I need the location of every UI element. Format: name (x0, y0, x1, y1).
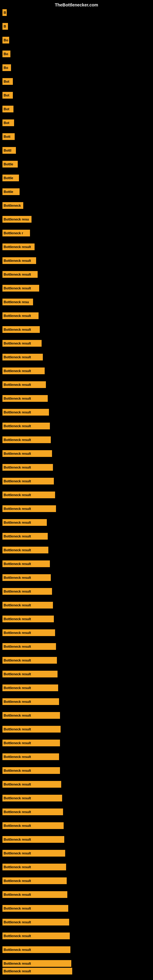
bottleneck-bar-27: Bottleneck result (2, 368, 45, 374)
bottleneck-bar-19: Bottleneck result (2, 257, 36, 264)
bottleneck-bar-53: Bottleneck result (2, 726, 61, 733)
bottleneck-bar-7: Bot (2, 92, 13, 99)
bottleneck-bar-18: Bottleneck result (2, 243, 35, 250)
bottleneck-bar-24: Bottleneck result (2, 326, 40, 333)
site-title: TheBottlenecker.com (55, 2, 98, 7)
bottleneck-bar-26: Bottleneck result (2, 354, 43, 360)
bottleneck-bar-68: Bottleneck result (2, 932, 70, 939)
bottleneck-bar-52: Bottleneck result (2, 712, 60, 719)
bottleneck-bar-32: Bottleneck result (2, 436, 51, 443)
bottleneck-bar-67: Bottleneck result (2, 919, 69, 926)
bottleneck-bar-47: Bottleneck result (2, 643, 56, 650)
bottleneck-bar-31: Bottleneck result (2, 423, 50, 430)
bottleneck-bar-42: Bottleneck result (2, 574, 51, 581)
bottleneck-bar-49: Bottleneck result (2, 671, 57, 678)
bottleneck-bar-3: Bo (2, 37, 9, 43)
bottleneck-bar-56: Bottleneck result (2, 767, 60, 774)
bottleneck-bar-34: Bottleneck result (2, 464, 53, 471)
bottleneck-bar-2: B (2, 23, 8, 30)
bottleneck-bar-33: Bottleneck result (2, 450, 52, 457)
bottleneck-bar-54: Bottleneck result (2, 740, 60, 746)
bottleneck-bar-62: Bottleneck result (2, 850, 65, 857)
bottleneck-bar-21: Bottleneck result (2, 285, 39, 291)
bottleneck-bar-20: Bottleneck result (2, 271, 38, 278)
bottleneck-bar-36: Bottleneck result (2, 492, 55, 498)
bottleneck-bar-71: Bottleneck result (2, 968, 72, 975)
bottleneck-bar-11: Bottl (2, 147, 16, 154)
bottleneck-bar-35: Bottleneck result (2, 478, 54, 485)
bottleneck-bar-66: Bottleneck result (2, 905, 68, 912)
bottleneck-bar-45: Bottleneck result (2, 616, 54, 622)
bottleneck-bar-64: Bottleneck result (2, 877, 67, 884)
bottleneck-bar-59: Bottleneck result (2, 808, 63, 815)
bottleneck-bar-69: Bottleneck result (2, 946, 70, 953)
bottleneck-bar-40: Bottleneck result (2, 547, 48, 554)
bottleneck-bar-1: B (2, 9, 7, 16)
bottleneck-bar-46: Bottleneck result (2, 629, 55, 636)
bottleneck-bar-65: Bottleneck result (2, 891, 67, 898)
bottleneck-bar-22: Bottleneck resu (2, 299, 33, 305)
bottleneck-bar-9: Bot (2, 119, 14, 126)
bottleneck-bar-13: Bottle (2, 175, 19, 181)
bottleneck-bar-43: Bottleneck result (2, 588, 52, 595)
bottleneck-bar-60: Bottleneck result (2, 822, 64, 829)
bottleneck-bar-38: Bottleneck result (2, 519, 47, 526)
bottleneck-bar-17: Bottleneck r (2, 230, 30, 236)
bottleneck-bar-41: Bottleneck result (2, 560, 50, 567)
bottleneck-bar-50: Bottleneck result (2, 684, 58, 691)
bottleneck-bar-37: Bottleneck result (2, 505, 56, 512)
bottleneck-bar-5: Bo (2, 64, 11, 71)
bottleneck-bar-12: Bottle (2, 161, 18, 167)
bottleneck-bar-55: Bottleneck result (2, 753, 59, 760)
bottleneck-bar-8: Bot (2, 106, 13, 112)
bottleneck-bar-16: Bottleneck resu (2, 216, 32, 223)
bottleneck-bar-48: Bottleneck result (2, 657, 57, 663)
bottleneck-bar-23: Bottleneck result (2, 312, 38, 319)
bottleneck-bar-70: Bottleneck result (2, 960, 71, 967)
bottleneck-bar-57: Bottleneck result (2, 781, 61, 788)
bottleneck-bar-61: Bottleneck result (2, 836, 64, 843)
bottleneck-bar-58: Bottleneck result (2, 795, 62, 802)
bottleneck-bar-25: Bottleneck result (2, 340, 41, 347)
bottleneck-bar-6: Bot (2, 78, 13, 85)
bottleneck-bar-4: Bo (2, 51, 10, 57)
bottleneck-bar-15: Bottleneck (2, 202, 23, 209)
bottleneck-bar-51: Bottleneck result (2, 698, 59, 705)
bottleneck-bar-14: Bottle (2, 188, 19, 195)
bottleneck-bar-10: Bott (2, 133, 15, 140)
bottleneck-bar-28: Bottleneck result (2, 381, 46, 388)
bottleneck-bar-29: Bottleneck result (2, 395, 48, 402)
bottleneck-bar-44: Bottleneck result (2, 602, 53, 609)
bottleneck-bar-39: Bottleneck result (2, 533, 48, 539)
bottleneck-bar-30: Bottleneck result (2, 409, 49, 415)
bottleneck-bar-63: Bottleneck result (2, 864, 66, 870)
